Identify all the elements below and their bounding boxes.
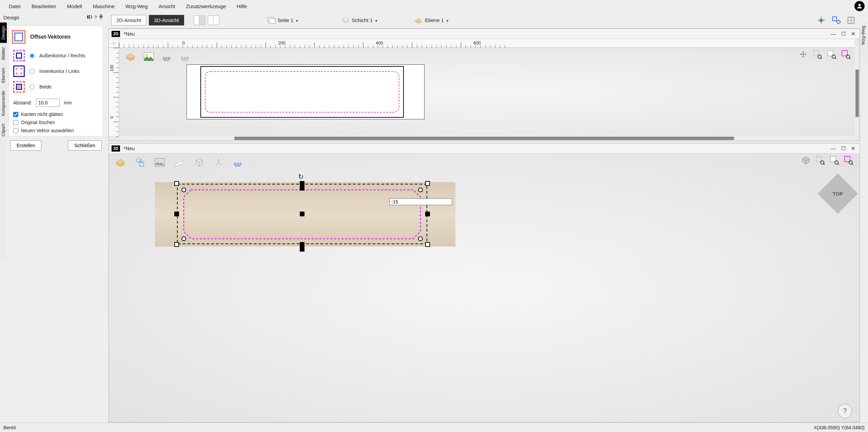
handle-tm[interactable] xyxy=(300,181,304,186)
handle-rot-bl[interactable] xyxy=(181,236,186,241)
view-cube-top[interactable]: TOP xyxy=(818,174,858,214)
material-icon[interactable] xyxy=(124,50,137,63)
plane-icon[interactable] xyxy=(173,156,186,169)
handle-bm2[interactable] xyxy=(300,247,304,252)
handle-mr[interactable] xyxy=(425,212,430,216)
view-cube-label: TOP xyxy=(833,191,843,196)
handle-tr[interactable] xyxy=(425,181,430,186)
pan-icon[interactable] xyxy=(798,50,808,60)
zoom-selected3d-icon[interactable] xyxy=(844,156,853,166)
toolpath-preview2-icon[interactable] xyxy=(179,50,192,63)
seite-label: Seite 1 xyxy=(278,17,294,23)
vp2d-header: 2D *Neu — ☐ ✕ xyxy=(109,29,860,39)
menu-maschine[interactable]: Maschine xyxy=(87,1,120,11)
menu-ansicht[interactable]: Ansicht xyxy=(153,1,181,11)
tab-3d-view[interactable]: 3D-Ansicht xyxy=(149,15,184,25)
handle-bl[interactable] xyxy=(174,242,179,247)
menu-zusatz[interactable]: Zusatzwerkzeuge xyxy=(181,1,232,11)
zoom-window3d-icon[interactable] xyxy=(815,156,825,166)
check-select-new[interactable] xyxy=(13,128,18,133)
schicht-dropdown[interactable]: Schicht 1 xyxy=(339,16,379,25)
menu-datei[interactable]: Datei xyxy=(3,1,26,11)
vp3d-minimize-icon[interactable]: — xyxy=(829,145,837,152)
zoom-fit-icon[interactable] xyxy=(827,50,836,60)
ruler-vertical[interactable]: 100 0 xyxy=(109,48,119,136)
status-text: Bereit xyxy=(3,425,16,430)
tab-ebenen[interactable]: Ebenen xyxy=(0,64,7,86)
tab-komponente[interactable]: Komponente xyxy=(0,87,7,119)
axes-icon[interactable]: y xyxy=(212,156,225,169)
vp2d-vscroll-thumb[interactable] xyxy=(855,70,859,117)
snap-grid-icon[interactable] xyxy=(845,15,857,26)
handle-center[interactable] xyxy=(300,212,304,216)
menu-modell[interactable]: Modell xyxy=(62,1,87,11)
snap-shape-icon[interactable] xyxy=(830,15,842,26)
handle-rot-tr[interactable] xyxy=(418,188,423,192)
vp2d-close-icon[interactable]: ✕ xyxy=(850,31,857,37)
collapse-icon[interactable] xyxy=(87,15,92,20)
check-smooth[interactable] xyxy=(13,112,18,117)
vp3d-maximize-icon[interactable]: ☐ xyxy=(840,145,847,152)
seite-dropdown[interactable]: Seite 1 xyxy=(265,16,300,25)
handle-tl[interactable] xyxy=(174,181,179,186)
viewport-3d: 3D *Neu — ☐ ✕ y xyxy=(108,143,860,423)
check-delete[interactable] xyxy=(13,120,18,125)
image3d-icon[interactable] xyxy=(153,156,166,169)
wireframe-icon[interactable] xyxy=(192,156,206,169)
toolpath-preview-icon[interactable] xyxy=(160,50,174,63)
ebene-dropdown[interactable]: Ebene 1 xyxy=(412,16,451,25)
menu-bearbeiten[interactable]: Bearbeiten xyxy=(26,1,62,11)
canvas-2d[interactable] xyxy=(119,48,855,136)
radio-outer[interactable] xyxy=(29,53,35,58)
radio-inner[interactable] xyxy=(29,69,35,74)
zoom-selected-icon[interactable] xyxy=(841,50,851,60)
canvas-3d[interactable]: y xyxy=(109,154,860,422)
help-icon[interactable]: ? xyxy=(94,15,97,20)
radio-both[interactable] xyxy=(29,84,35,90)
vp2d-zoom-row xyxy=(798,50,851,60)
zoom-window-icon[interactable] xyxy=(813,50,822,60)
both-contour-icon xyxy=(13,81,25,93)
iso-view-icon[interactable] xyxy=(801,156,811,166)
handle-tm2[interactable] xyxy=(300,186,304,191)
material3d-icon[interactable] xyxy=(114,156,127,169)
tab-blaetter[interactable]: Blätter xyxy=(0,44,7,63)
create-button[interactable]: Erstellen xyxy=(10,140,41,151)
image-icon[interactable] xyxy=(142,50,156,63)
handle-rot-tl[interactable] xyxy=(181,188,186,192)
pin-icon[interactable] xyxy=(99,15,103,20)
vp2d-maximize-icon[interactable]: ☐ xyxy=(840,31,847,37)
help-button[interactable]: ? xyxy=(838,404,852,418)
ruler-origin-icon[interactable] xyxy=(109,39,119,48)
rotate-icon[interactable]: ↻ xyxy=(298,173,304,181)
handle-rot-br[interactable] xyxy=(418,236,423,241)
zoom-fit3d-icon[interactable] xyxy=(830,156,839,166)
handle-bm[interactable] xyxy=(300,242,304,247)
vp2d-hscroll-thumb[interactable] xyxy=(234,137,734,140)
shapes-icon[interactable] xyxy=(133,156,147,169)
svg-point-18 xyxy=(821,161,824,164)
vp2d-minimize-icon[interactable]: — xyxy=(829,31,837,37)
offset-value-input[interactable] xyxy=(390,198,452,205)
tab-clipart[interactable]: Clipart xyxy=(0,120,7,140)
handle-br[interactable] xyxy=(425,242,430,247)
inner-contour-icon xyxy=(13,65,25,77)
menu-wzgweg[interactable]: Wzg-Weg xyxy=(120,1,153,11)
layout-split-h-icon[interactable] xyxy=(194,16,205,25)
handle-ml[interactable] xyxy=(174,212,179,216)
ruler-horizontal[interactable]: 0 200 400 600 xyxy=(119,39,855,48)
tab-2d-view[interactable]: 2D-Ansicht xyxy=(111,15,146,25)
close-button[interactable]: Schließen xyxy=(68,140,102,151)
menu-hilfe[interactable]: Hilfe xyxy=(231,1,252,11)
svg-rect-14 xyxy=(140,162,144,166)
svg-rect-21 xyxy=(845,156,850,162)
toolpath3d-icon[interactable] xyxy=(232,156,245,169)
layout-split-v-icon[interactable] xyxy=(208,16,219,25)
main-toolbar: 2D-Ansicht 3D-Ansicht Seite 1 Schicht 1 … xyxy=(108,12,860,28)
user-avatar-icon[interactable] xyxy=(854,1,865,11)
tab-design[interactable]: Design xyxy=(0,22,7,43)
vp3d-close-icon[interactable]: ✕ xyxy=(850,145,857,152)
snap-center-icon[interactable] xyxy=(815,15,827,26)
distance-input[interactable] xyxy=(36,99,60,107)
tab-wzgweg[interactable]: Wzg-Weg xyxy=(860,22,868,48)
